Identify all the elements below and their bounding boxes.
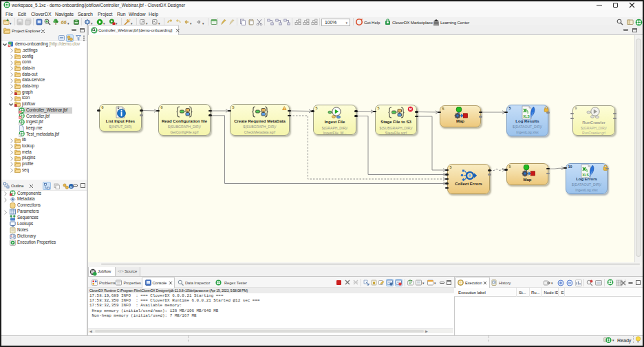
svg-text:XLS: XLS	[582, 173, 589, 177]
svg-text:XLS: XLS	[523, 114, 530, 118]
